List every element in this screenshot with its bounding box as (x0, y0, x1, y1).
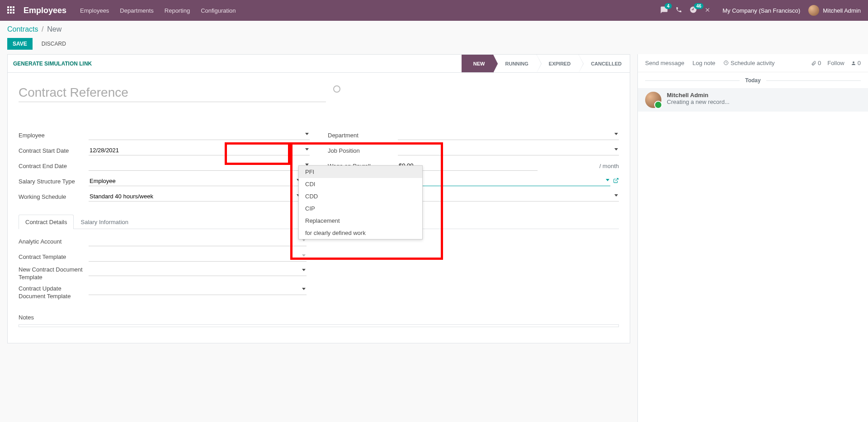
dropdown-option-cdd[interactable]: CDD (299, 190, 422, 202)
attachment-count[interactable]: 0 (811, 60, 821, 66)
avatar-icon (645, 92, 661, 108)
structure-field[interactable] (89, 176, 301, 186)
job-field[interactable] (398, 145, 619, 155)
phone-icon[interactable] (675, 6, 682, 14)
breadcrumb-parent[interactable]: Contracts (7, 25, 38, 33)
update-label: Contract Update Document Template (19, 285, 89, 300)
close-tray-icon[interactable] (704, 7, 711, 14)
status-cancelled[interactable]: CANCELLED (579, 55, 630, 72)
avatar-icon (808, 5, 819, 16)
department-field[interactable] (398, 130, 619, 140)
contract-type-dropdown: PFI CDI CDD CIP Replacement for clearly … (298, 165, 423, 239)
employee-label: Employee (19, 132, 89, 139)
external-link-icon[interactable] (613, 178, 619, 185)
user-name: Mitchell Admin (823, 7, 861, 14)
analytic-label: Analytic Account (19, 238, 89, 245)
apps-grid-icon[interactable] (7, 6, 15, 14)
nav-reporting[interactable]: Reporting (165, 7, 190, 14)
analytic-field[interactable] (89, 236, 307, 246)
statusbar: GENERATE SIMULATION LINK NEW RUNNING EXP… (7, 54, 630, 72)
notes-field[interactable] (19, 324, 619, 327)
nav-employees[interactable]: Employees (80, 7, 109, 14)
company-selector[interactable]: My Company (San Francisco) (722, 7, 800, 14)
department-label: Department (328, 132, 398, 139)
breadcrumb-current: New (47, 25, 61, 33)
chatter: Send message Log note Schedule activity … (637, 54, 868, 422)
template-field[interactable] (89, 252, 307, 262)
contract-type-field[interactable] (398, 176, 610, 186)
status-new[interactable]: NEW (462, 55, 493, 72)
generate-simulation-link[interactable]: GENERATE SIMULATION LINK (8, 61, 97, 67)
chat-icon[interactable]: 4 (660, 6, 668, 15)
log-note-button[interactable]: Log note (693, 60, 716, 66)
top-navbar: Employees Employees Departments Reportin… (0, 0, 868, 21)
structure-label: Salary Structure Type (19, 178, 89, 185)
clock-icon[interactable]: 46 (689, 6, 697, 15)
schedule-label: Working Schedule (19, 193, 89, 200)
employee-field[interactable] (89, 130, 310, 140)
action-row: SAVE DISCARD (0, 35, 868, 54)
chatter-message: Mitchell Admin Creating a new record... (638, 88, 868, 112)
wage-suffix: / month (599, 163, 619, 169)
newdoc-label: New Contract Document Template (19, 266, 89, 281)
tab-salary-information[interactable]: Salary Information (74, 215, 135, 229)
dropdown-option-pfi[interactable]: PFI (299, 166, 422, 178)
follower-count[interactable]: 0 (851, 60, 861, 66)
breadcrumb-separator: / (42, 25, 43, 33)
hr-field[interactable] (398, 192, 619, 202)
message-author: Mitchell Admin (667, 92, 730, 98)
chatter-date-separator: Today (638, 72, 868, 88)
save-button[interactable]: SAVE (7, 38, 33, 50)
template-label: Contract Template (19, 253, 89, 260)
contract-reference-input[interactable] (19, 84, 326, 102)
dropdown-option-cip[interactable]: CIP (299, 202, 422, 215)
chat-badge: 4 (665, 3, 672, 9)
status-running[interactable]: RUNNING (493, 55, 537, 72)
newdoc-field[interactable] (89, 266, 307, 276)
dropdown-option-cdi[interactable]: CDI (299, 178, 422, 190)
start-date-field[interactable] (89, 145, 310, 155)
notes-label: Notes (19, 314, 619, 321)
nav-departments[interactable]: Departments (120, 7, 153, 14)
follow-button[interactable]: Follow (827, 60, 844, 66)
dropdown-option-defined-work[interactable]: for clearly defined work (299, 227, 422, 239)
end-date-label: Contract End Date (19, 163, 89, 169)
breadcrumb: Contracts / New (0, 21, 868, 35)
user-menu[interactable]: Mitchell Admin (808, 5, 861, 16)
kanban-state-icon[interactable] (333, 85, 340, 93)
job-label: Job Position (328, 147, 398, 154)
status-expired[interactable]: EXPIRED (537, 55, 579, 72)
tab-contract-details[interactable]: Contract Details (19, 215, 74, 229)
update-field[interactable] (89, 285, 307, 295)
schedule-field[interactable] (89, 192, 301, 202)
discard-button[interactable]: DISCARD (38, 38, 70, 50)
clock-badge: 46 (694, 3, 703, 9)
dropdown-option-replacement[interactable]: Replacement (299, 215, 422, 227)
app-brand: Employees (24, 6, 66, 15)
end-date-field[interactable] (89, 161, 310, 171)
send-message-button[interactable]: Send message (645, 60, 684, 66)
start-date-label: Contract Start Date (19, 147, 89, 154)
schedule-activity-button[interactable]: Schedule activity (723, 60, 774, 66)
message-text: Creating a new record... (667, 98, 730, 105)
nav-configuration[interactable]: Configuration (201, 7, 236, 14)
